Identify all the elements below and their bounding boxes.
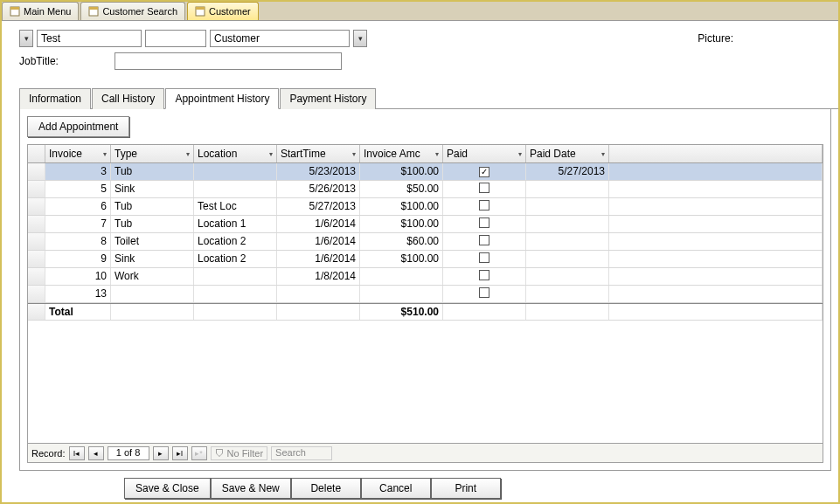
cell-invoice[interactable]: 8 <box>45 233 111 250</box>
paid-checkbox[interactable]: ✓ <box>479 167 489 177</box>
cell-invoice-amt[interactable] <box>360 268 443 285</box>
cell-paid[interactable] <box>443 181 526 197</box>
cell-paid[interactable]: ✓ <box>443 163 526 180</box>
paid-checkbox[interactable] <box>479 252 489 263</box>
cell-type[interactable]: Tub <box>111 216 194 232</box>
tab-appointment-history[interactable]: Appointment History <box>165 88 279 109</box>
cell-invoice-amt[interactable]: $60.00 <box>360 233 443 250</box>
row-selector[interactable] <box>28 233 45 250</box>
search-box[interactable]: Search <box>271 446 332 460</box>
cell-starttime[interactable]: 1/6/2014 <box>277 251 360 267</box>
cell-type[interactable]: Tub <box>111 198 194 215</box>
tab-call-history[interactable]: Call History <box>92 88 164 109</box>
table-row[interactable]: 8ToiletLocation 21/6/2014$60.00 <box>28 233 823 251</box>
save-new-button[interactable]: Save & New <box>211 478 291 499</box>
cell-location[interactable] <box>194 181 277 197</box>
cell-paid-date[interactable] <box>526 198 609 215</box>
row-selector[interactable] <box>28 181 45 197</box>
table-row[interactable]: 13 <box>28 286 823 303</box>
nav-next-button[interactable]: ▸ <box>153 446 169 460</box>
cell-paid[interactable] <box>443 233 526 250</box>
tab-customer[interactable]: Customer <box>187 2 259 20</box>
row-selector[interactable] <box>28 163 45 180</box>
nav-last-button[interactable]: ▸I <box>172 446 188 460</box>
cell-location[interactable]: Location 2 <box>194 233 277 250</box>
row-selector-header[interactable] <box>28 145 45 162</box>
row-selector[interactable] <box>28 286 45 302</box>
cell-location[interactable] <box>194 268 277 285</box>
cell-invoice[interactable]: 9 <box>45 251 111 267</box>
cell-invoice-amt[interactable] <box>360 286 443 302</box>
table-row[interactable]: 6TubTest Loc5/27/2013$100.00 <box>28 198 823 216</box>
cell-invoice[interactable]: 10 <box>45 268 111 285</box>
cell-location[interactable] <box>194 286 277 302</box>
cell-paid[interactable] <box>443 216 526 232</box>
cell-paid[interactable] <box>443 251 526 267</box>
paid-checkbox[interactable] <box>479 183 489 193</box>
add-appointment-button[interactable]: Add Appointment <box>27 116 129 137</box>
col-header-invoice-amt[interactable]: Invoice Amc▾ <box>360 145 443 162</box>
cell-starttime[interactable]: 5/26/2013 <box>277 181 360 197</box>
col-header-starttime[interactable]: StartTime▾ <box>277 145 360 162</box>
col-header-paid-date[interactable]: Paid Date▾ <box>526 145 609 162</box>
cell-starttime[interactable]: 1/8/2014 <box>277 268 360 285</box>
tab-customer-search[interactable]: Customer Search <box>80 2 185 20</box>
cell-invoice-amt[interactable]: $100.00 <box>360 216 443 232</box>
cell-invoice[interactable]: 5 <box>45 181 111 197</box>
paid-checkbox[interactable] <box>479 270 489 280</box>
prefix-dropdown[interactable] <box>19 30 33 47</box>
cell-paid[interactable] <box>443 268 526 285</box>
suffix-dropdown[interactable] <box>353 30 367 47</box>
cell-invoice-amt[interactable]: $100.00 <box>360 251 443 267</box>
paid-checkbox[interactable] <box>479 217 489 228</box>
cell-paid-date[interactable] <box>526 181 609 197</box>
tab-main-menu[interactable]: Main Menu <box>2 2 79 20</box>
table-row[interactable]: 3Tub5/23/2013$100.00✓5/27/2013 <box>28 163 823 181</box>
cell-starttime[interactable]: 5/23/2013 <box>277 163 360 180</box>
middle-name-field[interactable] <box>145 30 206 47</box>
cancel-button[interactable]: Cancel <box>361 478 431 499</box>
cell-type[interactable]: Toilet <box>111 233 194 250</box>
cell-type[interactable]: Work <box>111 268 194 285</box>
cell-invoice[interactable]: 13 <box>45 286 111 302</box>
cell-invoice[interactable]: 7 <box>45 216 111 232</box>
col-header-type[interactable]: Type▾ <box>111 145 194 162</box>
filter-indicator[interactable]: ⛉ No Filter <box>211 446 268 460</box>
cell-location[interactable]: Test Loc <box>194 198 277 215</box>
cell-location[interactable]: Location 1 <box>194 216 277 232</box>
cell-paid[interactable] <box>443 198 526 215</box>
nav-new-button[interactable]: ▸* <box>191 446 207 460</box>
cell-paid-date[interactable] <box>526 233 609 250</box>
paid-checkbox[interactable] <box>479 235 489 245</box>
cell-invoice[interactable]: 6 <box>45 198 111 215</box>
nav-first-button[interactable]: I◂ <box>69 446 85 460</box>
row-selector[interactable] <box>28 268 45 285</box>
print-button[interactable]: Print <box>431 478 501 499</box>
nav-prev-button[interactable]: ◂ <box>88 446 104 460</box>
last-name-field[interactable]: Customer <box>210 30 350 47</box>
cell-paid-date[interactable] <box>526 216 609 232</box>
cell-location[interactable]: Location 2 <box>194 251 277 267</box>
cell-paid-date[interactable] <box>526 268 609 285</box>
cell-paid[interactable] <box>443 286 526 302</box>
cell-invoice[interactable]: 3 <box>45 163 111 180</box>
row-selector[interactable] <box>28 198 45 215</box>
cell-paid-date[interactable] <box>526 286 609 302</box>
cell-type[interactable]: Sink <box>111 181 194 197</box>
col-header-paid[interactable]: Paid▾ <box>443 145 526 162</box>
cell-type[interactable]: Sink <box>111 251 194 267</box>
first-name-field[interactable]: Test <box>37 30 142 47</box>
cell-starttime[interactable]: 1/6/2014 <box>277 216 360 232</box>
table-row[interactable]: 10Work1/8/2014 <box>28 268 823 286</box>
cell-type[interactable] <box>111 286 194 302</box>
tab-information[interactable]: Information <box>19 88 91 109</box>
cell-invoice-amt[interactable]: $100.00 <box>360 163 443 180</box>
cell-type[interactable]: Tub <box>111 163 194 180</box>
cell-starttime[interactable] <box>277 286 360 302</box>
cell-paid-date[interactable] <box>526 251 609 267</box>
tab-payment-history[interactable]: Payment History <box>280 88 376 109</box>
paid-checkbox[interactable] <box>479 200 489 211</box>
delete-button[interactable]: Delete <box>291 478 361 499</box>
paid-checkbox[interactable] <box>479 287 489 298</box>
table-row[interactable]: 5Sink5/26/2013$50.00 <box>28 181 823 198</box>
